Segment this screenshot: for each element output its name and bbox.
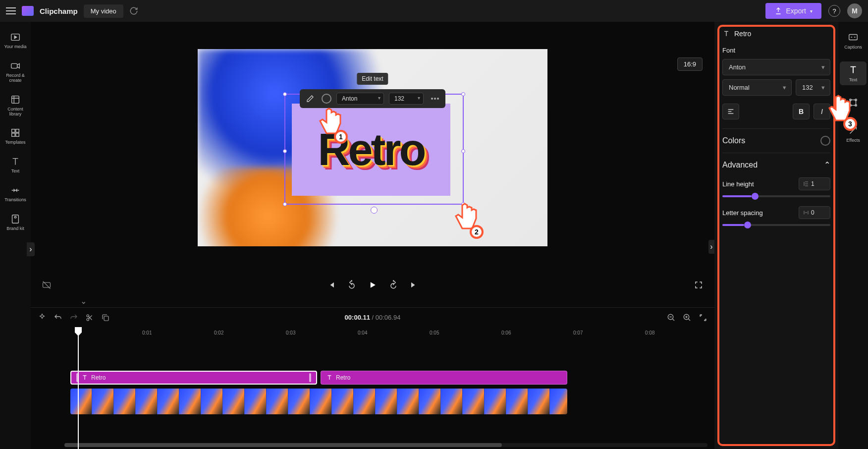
playhead[interactable]	[78, 327, 79, 449]
eye-off-icon	[42, 280, 52, 290]
duration: 00:06.94	[376, 314, 401, 321]
rotate-handle[interactable]	[371, 207, 378, 214]
font-family-select[interactable]: Anton	[722, 59, 830, 75]
rail-transform[interactable]	[840, 94, 867, 113]
text-clip[interactable]: Retro	[321, 371, 567, 385]
brand-icon	[10, 214, 21, 224]
fullscreen-button[interactable]	[693, 279, 705, 291]
rail-effects[interactable]: Effects	[840, 122, 867, 146]
text-clip-selected[interactable]: Retro	[70, 371, 317, 385]
hide-preview-button[interactable]	[41, 279, 53, 291]
redo-button[interactable]	[69, 313, 78, 322]
letter-spacing-value: 0	[811, 209, 814, 216]
play-icon	[368, 280, 378, 290]
collapse-panel-button[interactable]: ›	[708, 240, 714, 254]
rail-content-library[interactable]: Content library	[1, 89, 30, 122]
app-logo	[22, 6, 34, 16]
font-select[interactable]: Anton	[336, 93, 384, 105]
font-heading: Font	[722, 47, 830, 54]
timeline[interactable]: 0:01 0:02 0:03 0:04 0:05 0:06 0:07 0:08 …	[31, 327, 714, 449]
rail-record[interactable]: Record & create	[1, 56, 30, 88]
prev-button[interactable]	[325, 279, 337, 291]
advanced-toggle[interactable]: Advanced ⌃	[722, 160, 830, 169]
font-size-select[interactable]: 132	[796, 79, 830, 96]
rail-text[interactable]: Text	[1, 151, 30, 179]
rail-label: Templates	[5, 140, 25, 145]
color-swatch[interactable]	[820, 136, 830, 146]
export-label: Export	[786, 7, 806, 15]
scrollbar-thumb[interactable]	[64, 443, 502, 447]
rail-label: Brand kit	[6, 226, 24, 231]
resize-handle-ml[interactable]	[283, 149, 287, 153]
edit-text-tooltip: Edit text	[357, 73, 388, 85]
ruler-tick: 0:02	[214, 330, 223, 336]
export-button[interactable]: Export ▾	[765, 3, 821, 19]
forward-icon	[388, 280, 398, 290]
rail-brand-kit[interactable]: Brand kit	[1, 209, 30, 236]
undo-button[interactable]	[54, 313, 62, 322]
bold-button[interactable]: B	[793, 104, 810, 119]
slider-thumb[interactable]	[744, 222, 751, 228]
align-button[interactable]	[722, 104, 739, 119]
font-size-select[interactable]: 132	[389, 93, 424, 105]
resize-handle-mr[interactable]	[461, 149, 465, 153]
rail-your-media[interactable]: Your media	[1, 27, 30, 55]
menu-icon[interactable]	[6, 7, 16, 14]
fit-button[interactable]	[699, 313, 707, 322]
collapse-tracks-button[interactable]: ⌄	[80, 296, 87, 307]
time-sep: /	[370, 314, 376, 321]
chevron-down-icon: ▾	[810, 8, 813, 14]
forward-button[interactable]	[387, 279, 399, 291]
svg-point-8	[14, 217, 16, 219]
help-button[interactable]: ?	[828, 5, 840, 17]
avatar[interactable]: M	[847, 3, 862, 18]
rail-label: Captions	[844, 45, 862, 50]
svg-rect-15	[849, 35, 858, 40]
next-button[interactable]	[408, 279, 420, 291]
rail-label: Record & create	[2, 73, 29, 83]
rail-templates[interactable]: Templates	[1, 122, 30, 150]
slider-thumb[interactable]	[752, 193, 759, 200]
horizontal-scrollbar[interactable]	[64, 443, 707, 447]
zoom-out-button[interactable]	[667, 313, 676, 322]
clip-handle-right[interactable]	[309, 373, 311, 382]
rail-text-props[interactable]: Text	[840, 61, 867, 85]
svg-rect-4	[16, 129, 19, 132]
resize-handle-br[interactable]	[461, 202, 465, 206]
zoom-in-button[interactable]	[683, 313, 692, 322]
advanced-heading: Advanced	[722, 161, 758, 169]
aspect-ratio-button[interactable]: 16:9	[677, 57, 703, 71]
rail-label: Transitions	[4, 198, 26, 203]
text-icon	[326, 374, 333, 381]
text-icon	[10, 156, 21, 167]
sync-icon[interactable]	[129, 6, 138, 15]
font-weight-select[interactable]: Normal	[722, 79, 792, 96]
resize-handle-tr[interactable]	[461, 92, 465, 96]
preview-area: Edit text Anton 132 16:9 Retro	[31, 22, 714, 274]
letter-spacing-slider[interactable]	[722, 224, 830, 226]
color-picker-button[interactable]	[322, 94, 331, 104]
selection-box[interactable]	[284, 94, 464, 205]
magic-icon[interactable]	[38, 313, 47, 322]
copy-button[interactable]	[101, 313, 110, 322]
rewind-button[interactable]	[346, 279, 358, 291]
rail-label: Text	[11, 169, 20, 174]
video-title[interactable]: My video	[84, 4, 123, 18]
letter-spacing-input[interactable]: 0	[799, 206, 830, 219]
resize-handle-tl[interactable]	[283, 92, 287, 96]
split-button[interactable]	[85, 313, 94, 322]
resize-handle-bl[interactable]	[283, 202, 287, 206]
ruler[interactable]: 0:01 0:02 0:03 0:04 0:05 0:06 0:07 0:08 …	[31, 327, 714, 341]
play-button[interactable]	[367, 279, 379, 291]
svg-rect-5	[12, 133, 15, 136]
italic-button[interactable]: I	[814, 104, 830, 119]
right-rail: Captions Text Effects	[838, 22, 868, 449]
line-height-label: Line height	[722, 180, 754, 188]
video-clip[interactable]	[70, 389, 567, 414]
rail-transitions[interactable]: Transitions	[1, 180, 30, 208]
rail-captions[interactable]: Captions	[840, 29, 867, 53]
line-height-input[interactable]: 1	[799, 177, 830, 190]
more-options-button[interactable]	[429, 92, 441, 105]
edit-pencil-button[interactable]	[304, 92, 317, 105]
line-height-slider[interactable]	[722, 195, 830, 197]
